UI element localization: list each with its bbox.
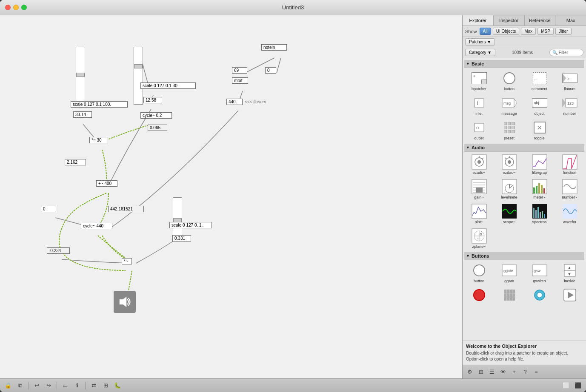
mult-box[interactable]: *~ <box>122 258 132 264</box>
tab-reference[interactable]: Reference <box>525 15 556 26</box>
close-button[interactable] <box>5 5 11 10</box>
grid-btn[interactable]: ⊞ <box>476 367 486 377</box>
scale2-box[interactable]: scale 0 127 0.1 100. <box>71 101 128 108</box>
obj-object[interactable]: obj object <box>525 94 554 117</box>
obj-incdec[interactable]: ▲ ▼ incdec <box>555 261 584 285</box>
split-btn[interactable]: ⬛ <box>573 381 583 390</box>
cat-audio-header[interactable]: ▼ Audio <box>464 144 584 152</box>
cycle02-box[interactable]: cycle~ 0.2 <box>140 112 172 119</box>
tab-explorer[interactable]: Explorer <box>463 15 494 26</box>
undo-btn[interactable]: ↩ <box>32 381 41 390</box>
obj-circle[interactable] <box>525 286 554 305</box>
obj-preset[interactable]: preset <box>495 118 524 142</box>
obj-plottilde[interactable]: plot~ <box>464 202 494 226</box>
minimize-button[interactable] <box>13 5 19 10</box>
plus400-box[interactable]: +~ 400 <box>96 180 117 187</box>
num0331-box[interactable]: 0.331 <box>172 235 191 241</box>
obj-meter[interactable]: meter~ <box>525 177 554 201</box>
eye-btn[interactable]: 👁 <box>498 367 508 377</box>
obj-numbertilde[interactable]: number~ <box>555 177 584 201</box>
obj-zplane[interactable]: × zplane~ <box>464 227 494 250</box>
obj-button2[interactable]: button <box>464 261 494 285</box>
plus-btn[interactable]: + <box>509 367 519 377</box>
tile-btn[interactable]: ⬜ <box>561 381 571 390</box>
maximize-button[interactable] <box>21 5 27 10</box>
num69-box[interactable]: 69 <box>232 67 247 74</box>
num0b-box[interactable]: 0 <box>41 206 56 212</box>
num440-box[interactable]: 440. <box>226 99 243 105</box>
num0-box[interactable]: 0 <box>265 67 276 74</box>
filtergrap-label: filtergrap <box>532 170 547 175</box>
scale1-box[interactable]: scale 0 127 0.1 30. <box>140 82 196 89</box>
obj-gain[interactable]: gain~ <box>464 177 494 201</box>
obj-gswitch[interactable]: gsw gswitch <box>525 261 554 285</box>
obj-spectros[interactable]: spectros <box>525 202 554 226</box>
obj-scopetilde[interactable]: scope~ <box>495 202 524 226</box>
present-btn[interactable]: ▭ <box>60 381 70 390</box>
patcher-canvas[interactable]: .sig-wire { stroke: #7ab020; stroke-widt… <box>0 15 463 378</box>
num0065-box[interactable]: 0.065 <box>148 125 167 131</box>
scale3-box[interactable]: scale 0 127 0. 1. <box>169 222 212 228</box>
cat-buttons-header[interactable]: ▼ Buttons <box>464 252 584 260</box>
category-dropdown-btn[interactable]: Category ▼ <box>465 49 495 56</box>
notein-box[interactable]: notein <box>261 44 287 51</box>
debug-btn[interactable]: 🐛 <box>113 381 122 390</box>
nav-btn[interactable]: ⇄ <box>89 381 98 390</box>
show-all-btn[interactable]: All <box>480 28 491 35</box>
copy-btn[interactable]: ⧉ <box>15 381 25 390</box>
obj-play[interactable] <box>555 286 584 305</box>
num2162-box[interactable]: 2.162 <box>65 159 86 165</box>
list-btn[interactable]: ☰ <box>487 367 497 377</box>
obj-flonum[interactable]: ▷ flonum <box>555 69 584 93</box>
ezdac-label: ezdac~ <box>503 170 515 175</box>
obj-ezdac[interactable]: ezdac~ <box>495 153 524 176</box>
cycle440-box[interactable]: cycle~ 440 <box>81 223 112 229</box>
filter-input[interactable] <box>549 49 583 56</box>
num1258-box[interactable]: 12.58 <box>143 97 162 103</box>
vslider3[interactable] <box>173 197 182 238</box>
show-msp-btn[interactable]: MSP <box>537 28 554 35</box>
lock-btn[interactable]: 🔒 <box>3 381 13 390</box>
obj-ezadc[interactable]: ezadc~ <box>464 153 494 176</box>
gear-btn[interactable]: ⚙ <box>465 367 475 377</box>
object-list[interactable]: ▼ Basic ≡ bpatcher <box>463 58 586 341</box>
show-jitter-btn[interactable]: Jitter <box>555 28 572 35</box>
obj-number[interactable]: 123 number <box>555 94 584 117</box>
help-btn[interactable]: ? <box>520 367 530 377</box>
obj-function[interactable]: function <box>555 153 584 176</box>
mtof-box[interactable]: mtof <box>232 77 248 84</box>
info-btn[interactable]: ℹ <box>72 381 82 390</box>
dac-box[interactable] <box>114 291 136 313</box>
tab-max[interactable]: Max <box>555 15 586 26</box>
obj-inlet[interactable]: i inlet <box>464 94 494 117</box>
vslider1[interactable] <box>76 47 85 101</box>
mult30-box[interactable]: *~ 30 <box>89 137 108 143</box>
obj-comment[interactable]: ... comment <box>525 69 554 93</box>
obj-button-red[interactable] <box>464 286 494 305</box>
main-window: Untitled3 .sig-wire { stroke: #7ab020; s… <box>0 0 586 392</box>
show-max-btn[interactable]: Max <box>521 28 536 35</box>
numneg234-box[interactable]: -0.234 <box>47 247 70 254</box>
num3314-box[interactable]: 33.14 <box>73 111 92 118</box>
obj-filtergrap[interactable]: filtergrap <box>525 153 554 176</box>
obj-bpatcher[interactable]: ≡ bpatcher <box>464 69 494 93</box>
obj-levelmete[interactable]: levelmete <box>495 177 524 201</box>
tab-inspector[interactable]: Inspector <box>494 15 525 26</box>
matrix-btn[interactable]: ⊞ <box>101 381 110 390</box>
patchers-dropdown-btn[interactable]: Patchers ▼ <box>465 38 495 45</box>
vslider2[interactable] <box>134 47 143 105</box>
svg-rect-37 <box>533 187 535 193</box>
obj-button[interactable]: button <box>495 69 524 93</box>
redo-btn[interactable]: ↪ <box>44 381 53 390</box>
obj-toggle[interactable]: toggle <box>525 118 554 142</box>
obj-outlet[interactable]: o outlet <box>464 118 494 142</box>
obj-ggate[interactable]: ggate ggate <box>495 261 524 285</box>
num442-box[interactable]: 442.161521 <box>108 206 144 212</box>
show-ui-btn[interactable]: UI Objects <box>493 28 520 35</box>
sidebar: Explorer Inspector Reference Max Show Al… <box>463 15 586 378</box>
cat-basic-header[interactable]: ▼ Basic <box>464 60 584 68</box>
obj-message[interactable]: msg message <box>495 94 524 117</box>
obj-grid[interactable] <box>495 286 524 305</box>
obj-wavefor[interactable]: wavefor <box>555 202 584 226</box>
menu-btn[interactable]: ≡ <box>532 367 541 377</box>
